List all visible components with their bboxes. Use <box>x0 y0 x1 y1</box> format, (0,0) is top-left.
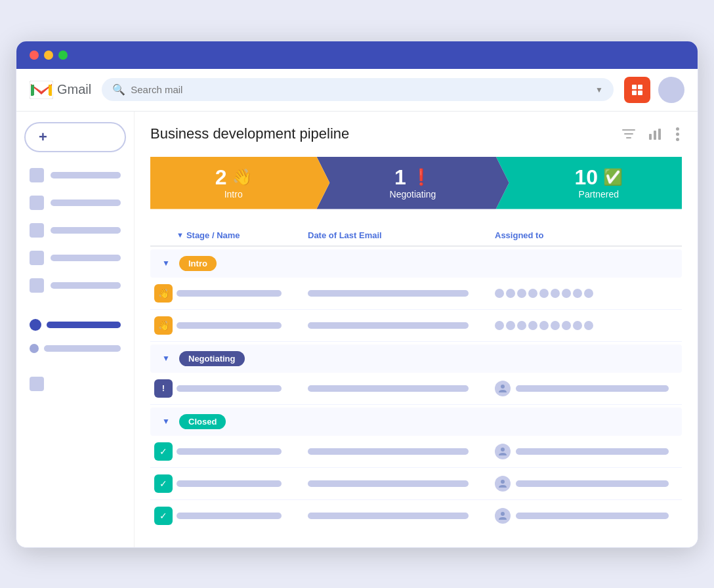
badge-negotiating: Negotiating <box>179 351 245 366</box>
dot3 <box>676 138 679 141</box>
page-title: Business development pipeline <box>150 125 349 142</box>
neg-row-icon-1: ! <box>154 379 173 398</box>
group-chevron-intro: ▼ <box>153 259 179 268</box>
sidebar-item-active[interactable] <box>24 316 126 333</box>
gmail-text: Gmail <box>57 82 91 97</box>
titlebar <box>16 41 698 69</box>
skeleton-name <box>177 322 282 329</box>
sidebar-item-drafts[interactable] <box>24 276 126 295</box>
stage-partnered-name: Partnered <box>579 189 619 200</box>
row-name-col <box>177 448 308 455</box>
row-icon-col: 👋 <box>150 284 177 303</box>
search-input[interactable] <box>131 84 590 95</box>
skeleton-name <box>177 290 282 297</box>
inbox-icon <box>30 168 44 182</box>
sidebar-item-sent[interactable] <box>24 248 126 268</box>
skeleton-assigned <box>516 480 669 487</box>
group-negotiating: ▼ Negotiating ! <box>150 345 682 405</box>
user-avatar-icon <box>495 476 511 492</box>
stage-negotiating-name: Negotiating <box>390 189 436 200</box>
th-toggle <box>150 230 177 240</box>
row-name-col <box>177 513 308 519</box>
sidebar-item-3[interactable] <box>24 374 126 394</box>
intro-icon: 👋 <box>232 169 252 185</box>
sidebar: + <box>16 112 135 547</box>
row-icon-col: ✓ <box>150 442 177 461</box>
clock-icon <box>30 223 44 238</box>
intro-row-icon-1: 👋 <box>154 284 173 303</box>
skeleton-date <box>308 322 469 329</box>
stage-intro-count: 2 👋 <box>215 167 252 188</box>
avatar[interactable] <box>658 77 684 103</box>
row-assigned-col <box>495 321 682 330</box>
row-icon-col: ✓ <box>150 507 177 525</box>
sidebar-item-snoozed[interactable] <box>24 220 126 240</box>
stage-partnered[interactable]: 10 ✅ Partnered <box>496 157 682 209</box>
skeleton-name <box>177 513 282 519</box>
header-icons <box>624 77 684 103</box>
row-assigned-col <box>495 289 682 298</box>
sidebar-item-starred[interactable] <box>24 193 126 213</box>
skeleton-date <box>308 480 469 487</box>
skeleton-assigned <box>516 385 669 392</box>
row-date-col <box>308 448 495 455</box>
skeleton-assigned <box>516 513 669 519</box>
pipeline-stages: 2 👋 Intro 1 ❗ Negotiating 10 <box>150 157 682 209</box>
skeleton-name <box>177 385 282 392</box>
svg-rect-14 <box>658 129 661 140</box>
search-dropdown-arrow[interactable]: ▼ <box>595 85 603 94</box>
table-row: 👋 <box>150 310 682 342</box>
row-date-col <box>308 513 495 519</box>
dot2 <box>676 133 679 136</box>
filter-icon[interactable] <box>621 126 637 142</box>
more-icon[interactable] <box>673 125 682 144</box>
page-header: Business development pipeline <box>150 125 682 144</box>
sidebar-label <box>51 255 121 261</box>
sidebar-item-2[interactable] <box>24 341 126 356</box>
grid-icon-button[interactable] <box>624 77 650 103</box>
drafts-icon <box>30 278 44 293</box>
stage-intro[interactable]: 2 👋 Intro <box>150 157 329 209</box>
svg-rect-7 <box>632 91 637 95</box>
table-row: ✓ <box>150 436 682 468</box>
sidebar-item-inbox[interactable] <box>24 165 126 185</box>
group-chevron-negotiating: ▼ <box>153 354 179 363</box>
closed-row-icon-1: ✓ <box>154 442 173 461</box>
search-bar[interactable]: 🔍 ▼ <box>102 78 614 101</box>
stage-negotiating[interactable]: 1 ❗ Negotiating <box>316 157 509 209</box>
dot-red[interactable] <box>30 51 39 60</box>
group-row-closed[interactable]: ▼ Closed <box>150 408 682 436</box>
row-icon-col: ✓ <box>150 474 177 493</box>
badge-closed: Closed <box>179 414 226 429</box>
table-row: 👋 <box>150 278 682 310</box>
svg-point-16 <box>501 448 505 452</box>
row-name-col <box>177 480 308 487</box>
th-chevron: ▼ <box>177 231 184 239</box>
negotiating-icon: ❗ <box>411 169 431 185</box>
badge-intro: Intro <box>179 256 217 271</box>
compose-button[interactable]: + <box>24 122 126 152</box>
th-stage-name[interactable]: ▼ Stage / Name <box>177 230 308 240</box>
table-row: ✓ <box>150 468 682 500</box>
dot1 <box>676 127 679 131</box>
dot-green[interactable] <box>58 51 68 60</box>
gmail-logo: Gmail <box>30 81 91 99</box>
skeleton-date <box>308 385 469 392</box>
sidebar-label-2 <box>44 345 121 352</box>
group-row-negotiating[interactable]: ▼ Negotiating <box>150 345 682 373</box>
row-icon-col: ! <box>150 379 177 398</box>
row-date-col <box>308 480 495 487</box>
dot-yellow[interactable] <box>44 51 53 60</box>
skeleton-assigned <box>516 448 669 455</box>
main-content: Business development pipeline <box>135 112 698 547</box>
row-name-col <box>177 385 308 392</box>
group-row-intro[interactable]: ▼ Intro <box>150 249 682 278</box>
row-icon-col: 👋 <box>150 316 177 335</box>
chart-icon[interactable] <box>647 126 663 142</box>
svg-point-17 <box>501 480 505 484</box>
sidebar-label <box>51 200 121 206</box>
row-date-col <box>308 322 495 329</box>
user-avatar-icon <box>495 508 511 524</box>
main-layout: + <box>16 112 698 547</box>
stage-intro-name: Intro <box>224 189 243 200</box>
